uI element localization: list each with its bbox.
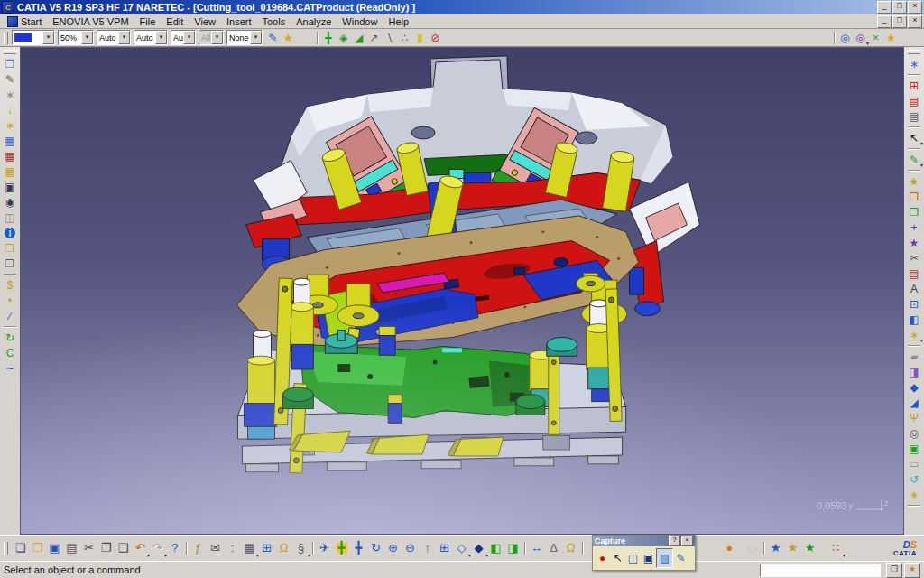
menu-file[interactable]: File bbox=[134, 16, 162, 27]
iso-view-button[interactable]: ◇▾ bbox=[453, 540, 470, 557]
close-button[interactable]: × bbox=[908, 1, 922, 14]
capture-close-button[interactable]: × bbox=[681, 536, 693, 546]
minimize-button[interactable]: _ bbox=[877, 1, 892, 14]
save-multi-button[interactable]: ▦ bbox=[2, 148, 18, 163]
capture-video-button[interactable]: ▣ bbox=[641, 549, 656, 567]
link-settings-button[interactable]: ◎▾ bbox=[853, 30, 868, 45]
upper-right-wing[interactable] bbox=[630, 182, 700, 315]
paint-workbench-button[interactable]: ✎▾ bbox=[906, 152, 922, 167]
measure-item-button[interactable]: Δ bbox=[545, 540, 562, 557]
mdi-restore-button[interactable]: □ bbox=[892, 15, 907, 28]
capture-draw-button[interactable]: ✎ bbox=[673, 549, 688, 567]
mdi-close-button[interactable]: × bbox=[908, 15, 922, 28]
menu-analyze[interactable]: Analyze bbox=[291, 16, 337, 27]
capture-help-button[interactable]: ? bbox=[669, 536, 680, 546]
toolbar-handle[interactable] bbox=[4, 32, 8, 44]
blue-stop-block-2[interactable] bbox=[388, 395, 402, 424]
photo-cube-button[interactable]: ◨ bbox=[906, 364, 922, 379]
toolbar-handle[interactable] bbox=[4, 50, 16, 54]
3d-viewport[interactable]: 0,0593 y z bbox=[20, 47, 904, 535]
point-symbol-combo[interactable]: Aut▾ bbox=[171, 30, 196, 45]
snap-line-button[interactable]: ∖ bbox=[382, 30, 397, 45]
teal-puck-right[interactable] bbox=[547, 337, 578, 356]
copy-button[interactable]: ❐ bbox=[97, 540, 115, 557]
environment-catalog-button[interactable]: ★ bbox=[767, 540, 784, 557]
zoom-in-button[interactable]: ⊕ bbox=[384, 540, 402, 557]
swap-visible-space-button[interactable]: ◨ bbox=[504, 540, 522, 557]
no-snap-button[interactable]: ⊘ bbox=[428, 30, 443, 45]
pan-button[interactable]: ╋ bbox=[350, 540, 367, 557]
gear-star-button[interactable]: ∗ bbox=[906, 487, 922, 502]
line-weight-combo[interactable]: Auto▾ bbox=[97, 30, 131, 45]
snap-dimension-button[interactable]: ∴ bbox=[397, 30, 412, 45]
menu-view[interactable]: View bbox=[189, 16, 221, 27]
menu-help[interactable]: Help bbox=[383, 16, 414, 27]
graphic-transparency-combo[interactable]: 50%▾ bbox=[58, 30, 94, 45]
fill-color-combo[interactable]: ▾ bbox=[12, 30, 55, 45]
hide-show-button[interactable]: ◧ bbox=[487, 540, 504, 557]
update-cycle-button[interactable]: ↻ bbox=[2, 330, 18, 345]
line-type-combo[interactable]: Auto▾ bbox=[134, 30, 168, 45]
snap-point-button[interactable]: ↗ bbox=[366, 30, 382, 45]
render-style-button[interactable]: ◆▾ bbox=[470, 540, 487, 557]
menu-window[interactable]: Window bbox=[337, 16, 383, 27]
open-document-button[interactable]: ❐ bbox=[2, 56, 18, 71]
currency-tools-button[interactable]: $ bbox=[2, 277, 18, 293]
save-version-button[interactable]: ▦ bbox=[2, 163, 18, 179]
chevron-down-icon[interactable]: ▾ bbox=[42, 31, 54, 44]
grid-options-button[interactable]: ∷▾ bbox=[827, 540, 845, 557]
shading-prism-button[interactable]: ◇ bbox=[744, 540, 761, 557]
render-folder-button[interactable]: ❒ bbox=[906, 189, 922, 204]
multi-view-button[interactable]: ⊞ bbox=[436, 540, 453, 557]
menu-insert[interactable]: Insert bbox=[221, 16, 257, 27]
undo-button[interactable]: ↶▾ bbox=[132, 540, 149, 557]
pick-cube-button[interactable]: ◆ bbox=[906, 379, 922, 395]
painter-button[interactable]: ✎ bbox=[265, 30, 281, 45]
chevron-down-icon[interactable]: ▾ bbox=[118, 31, 130, 44]
cache-content-button[interactable]: ❒ bbox=[2, 240, 18, 256]
exchange-button[interactable]: × bbox=[868, 30, 883, 45]
green-puck-right[interactable] bbox=[516, 395, 545, 415]
surface-button[interactable]: C bbox=[2, 345, 18, 360]
catalog-star-button[interactable]: ★ bbox=[883, 30, 899, 45]
expand-status-button[interactable]: ❐ bbox=[886, 563, 902, 578]
lock-button[interactable]: Ω bbox=[275, 540, 292, 557]
print-button[interactable]: ▤ bbox=[63, 540, 80, 557]
upper-left-wing[interactable] bbox=[245, 161, 307, 273]
rotate-button[interactable]: ↻ bbox=[367, 540, 384, 557]
update-button[interactable]: ∗ bbox=[906, 56, 922, 71]
design-table-button[interactable]: ▦▾ bbox=[241, 540, 258, 557]
menu-enovia-v5-vpm[interactable]: ENOVIA V5 VPM bbox=[47, 16, 134, 27]
point-button[interactable]: • bbox=[2, 293, 18, 308]
table-transfer-button[interactable]: ▤ bbox=[906, 266, 922, 281]
mdi-minimize-button[interactable]: _ bbox=[877, 15, 892, 28]
text-label-button[interactable]: A bbox=[906, 281, 922, 296]
chevron-down-icon[interactable]: ▾ bbox=[81, 31, 93, 44]
chevron-down-icon[interactable]: ▾ bbox=[843, 553, 845, 558]
zoom-out-button[interactable]: ⊖ bbox=[402, 540, 419, 557]
material-catalog-button[interactable]: ★ bbox=[784, 540, 801, 557]
instantiate-button[interactable]: ★ bbox=[906, 235, 922, 250]
fly-mode-button[interactable]: ✈ bbox=[316, 540, 333, 557]
anchor-button[interactable]: Ψ bbox=[906, 410, 922, 425]
cut-button[interactable]: ✂ bbox=[80, 540, 97, 557]
fit-all-in-button[interactable]: ╋ bbox=[333, 540, 350, 557]
post-front-left[interactable] bbox=[244, 331, 276, 440]
window-cube-button[interactable]: ⊡ bbox=[906, 296, 922, 312]
image-frame-button[interactable]: ▣ bbox=[906, 441, 922, 456]
settings-gears-button[interactable]: ∗ bbox=[2, 87, 18, 102]
measure-between-button[interactable]: ↔ bbox=[528, 540, 545, 557]
layer-combo[interactable]: None▾ bbox=[226, 30, 263, 45]
link-manager-button[interactable]: ◎ bbox=[837, 30, 853, 45]
open-button[interactable]: ❒ bbox=[29, 540, 46, 557]
render-folder-2-button[interactable]: ❒ bbox=[906, 204, 922, 219]
capture-options-button[interactable]: ◫ bbox=[625, 549, 641, 567]
green-puck-left[interactable] bbox=[282, 387, 313, 409]
product-structure-button[interactable]: ⊞ bbox=[906, 78, 922, 93]
capture-image-button[interactable]: ▨ bbox=[656, 548, 673, 568]
vault-tools-button[interactable]: ∗ bbox=[2, 117, 18, 133]
line-button[interactable]: ∕ bbox=[2, 308, 18, 323]
power-input[interactable] bbox=[760, 564, 881, 577]
measure-inertia-button[interactable]: Ω bbox=[562, 540, 579, 557]
ground-glow-button[interactable]: ● bbox=[721, 540, 738, 557]
